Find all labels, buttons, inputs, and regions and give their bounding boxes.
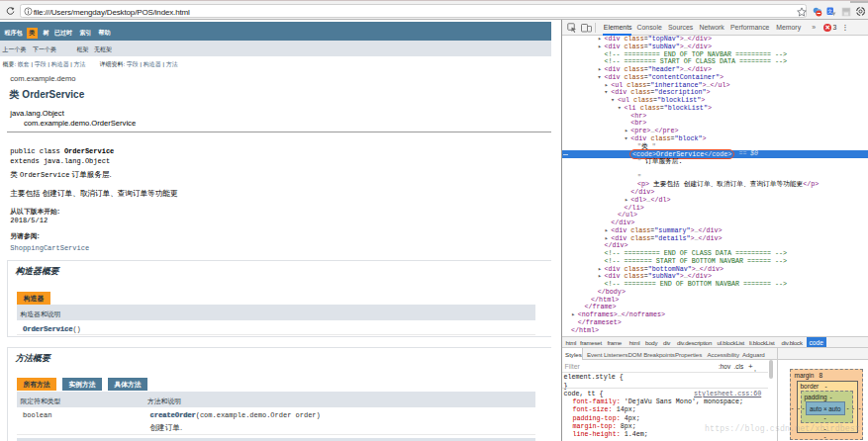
svg-text:文: 文 [827,8,832,14]
